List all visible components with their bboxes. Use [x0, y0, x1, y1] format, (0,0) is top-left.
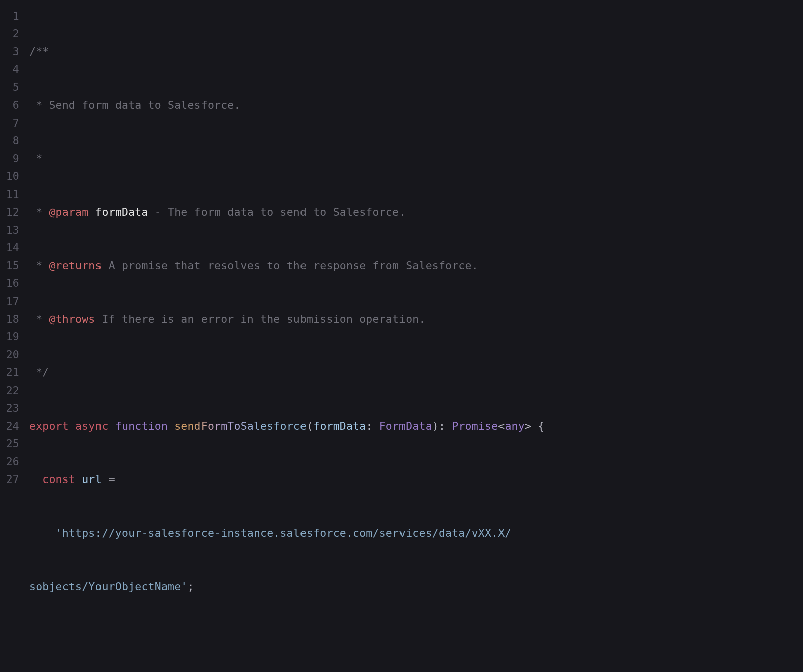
code-editor[interactable]: 1 2 3 4 5 6 7 8 9 10 11 12 13 14 15 16 1…	[0, 7, 803, 672]
code-line[interactable]: sobjects/YourObjectName';	[29, 578, 803, 595]
line-number: 13	[0, 221, 19, 239]
token-punct: {	[531, 420, 544, 432]
token-param-name: formData	[88, 206, 148, 218]
token-type: Promise	[452, 420, 498, 432]
token-punct: >	[525, 420, 531, 432]
line-number: 25	[0, 435, 19, 452]
token-comment: *	[29, 259, 49, 272]
line-number: 26	[0, 453, 19, 470]
token-type: FormData	[379, 420, 432, 432]
line-number: 27	[0, 470, 19, 488]
line-number-gutter: 1 2 3 4 5 6 7 8 9 10 11 12 13 14 15 16 1…	[0, 7, 29, 672]
line-number: 24	[0, 417, 19, 435]
token-type: any	[505, 420, 524, 432]
token-op: =	[102, 473, 115, 486]
token-comment: /**	[29, 45, 49, 58]
code-line[interactable]: *	[29, 150, 803, 167]
token-comment: *	[29, 313, 49, 325]
line-number: 5	[0, 78, 19, 96]
line-number: 21	[0, 363, 19, 381]
code-line[interactable]: /**	[29, 43, 803, 60]
line-number: 17	[0, 293, 19, 310]
token-jsdoc-tag: @throws	[49, 313, 95, 325]
line-number: 4	[0, 60, 19, 78]
token-comment: *	[29, 206, 49, 218]
token-punct: :	[439, 420, 452, 432]
token-comment: - The form data to send to Salesforce.	[148, 206, 406, 218]
line-number: 8	[0, 132, 19, 149]
token-comment: If there is an error in the submission o…	[95, 313, 425, 325]
token-comment: */	[29, 366, 49, 378]
token-string: sobjects/YourObjectName'	[29, 580, 187, 593]
line-number: 7	[0, 114, 19, 132]
line-number: 22	[0, 381, 19, 399]
line-number: 23	[0, 399, 19, 417]
token-keyword: export	[29, 420, 69, 432]
line-number: 16	[0, 274, 19, 292]
line-number: 11	[0, 185, 19, 203]
line-number: 15	[0, 257, 19, 274]
line-number: 20	[0, 346, 19, 363]
line-number: 12	[0, 203, 19, 221]
token-function-name: sendFormToSalesforce	[168, 420, 307, 432]
code-area[interactable]: /** * Send form data to Salesforce. * * …	[29, 7, 803, 672]
line-number: 3	[0, 43, 19, 60]
line-number: 19	[0, 328, 19, 345]
token-punct: (	[307, 420, 313, 432]
line-number: 2	[0, 25, 19, 42]
code-line[interactable]: * @param formData - The form data to sen…	[29, 203, 803, 221]
token-string: 'https://your-salesforce-instance.salesf…	[29, 527, 512, 539]
line-number: 14	[0, 239, 19, 256]
line-number: 6	[0, 96, 19, 114]
token-punct: <	[498, 420, 505, 432]
token-jsdoc-tag: @returns	[49, 259, 102, 272]
line-number: 1	[0, 7, 19, 25]
token-punct: )	[432, 420, 439, 432]
token-punct: :	[366, 420, 379, 432]
token-punct: ;	[187, 580, 194, 593]
token-keyword: function	[109, 420, 168, 432]
code-line[interactable]	[29, 631, 803, 648]
token-param: formData	[313, 420, 366, 432]
line-number: 9	[0, 150, 19, 167]
code-line[interactable]: * Send form data to Salesforce.	[29, 96, 803, 114]
token-comment: A promise that resolves to the response …	[102, 259, 478, 272]
code-line[interactable]: */	[29, 363, 803, 381]
line-number: 18	[0, 310, 19, 328]
token-comment: *	[29, 152, 42, 165]
code-line[interactable]: const url =	[29, 470, 803, 488]
token-jsdoc-tag: @param	[49, 206, 88, 218]
token-ident: url	[75, 473, 102, 486]
code-line[interactable]: 'https://your-salesforce-instance.salesf…	[29, 524, 803, 542]
token-comment: *	[29, 99, 49, 111]
code-line[interactable]: * @throws If there is an error in the su…	[29, 310, 803, 328]
code-line[interactable]: * @returns A promise that resolves to th…	[29, 257, 803, 274]
code-line[interactable]: export async function sendFormToSalesfor…	[29, 417, 803, 435]
line-number: 10	[0, 167, 19, 185]
token-keyword: async	[69, 420, 109, 432]
token-keyword: const	[29, 473, 75, 486]
token-comment: Send form data to Salesforce.	[49, 99, 240, 111]
